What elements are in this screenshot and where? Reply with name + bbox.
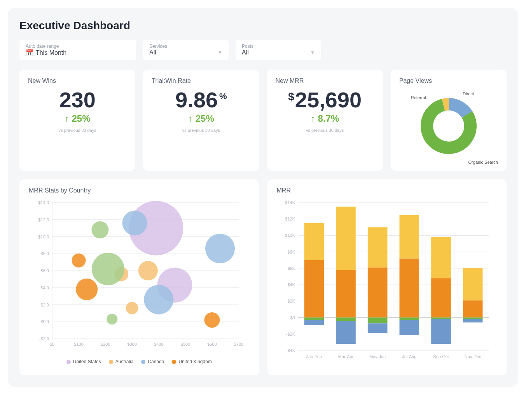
svg-text:Mar-Apr: Mar-Apr xyxy=(338,354,353,359)
svg-point-36 xyxy=(76,278,98,300)
legend-item: United Kingdom xyxy=(172,359,211,364)
svg-point-39 xyxy=(92,253,124,285)
svg-rect-85 xyxy=(431,319,451,344)
svg-text:$4K: $4K xyxy=(287,282,295,287)
kpi-title: Page Views xyxy=(399,77,498,84)
svg-rect-62 xyxy=(304,260,324,318)
mrr-bar-chart: -$4K-$2K$0$2K$4K$6K$8K$10K$12K$14KJan-Fe… xyxy=(277,199,495,366)
svg-text:$6K: $6K xyxy=(287,266,295,271)
svg-rect-72 xyxy=(367,268,387,318)
svg-text:May-Jun: May-Jun xyxy=(369,354,386,359)
kpi-new-wins: New Wins 230 25% vs previous 30 days xyxy=(19,70,135,171)
svg-rect-69 xyxy=(336,318,356,321)
svg-text:$12.0: $12.0 xyxy=(38,217,49,222)
svg-text:$100: $100 xyxy=(74,342,83,346)
filter-bar: Auto date range 📅This Month Services All… xyxy=(19,40,507,60)
kpi-page-views: Page Views Referral Direct Organic Searc… xyxy=(391,70,507,171)
bubble-chart: -$2.0$0.0$2.0$4.0$6.0$8.0$10.0$12.0$14.0… xyxy=(29,199,246,354)
svg-text:-$2K: -$2K xyxy=(286,332,295,336)
svg-point-32 xyxy=(122,211,147,236)
donut-label-referral: Referral xyxy=(411,95,426,100)
filter-posts-label: Posts xyxy=(242,44,315,49)
svg-point-38 xyxy=(91,221,108,238)
kpi-sub: vs previous 30 days xyxy=(152,128,250,133)
svg-text:$0: $0 xyxy=(290,315,295,320)
donut-label-organic: Organic Search xyxy=(468,160,498,164)
kpi-sub: vs previous 30 days xyxy=(276,128,374,133)
svg-rect-90 xyxy=(463,319,482,322)
kpi-trial-win-rate: Trial:Win Rate 9.86% 25% vs previous 30 … xyxy=(143,70,259,171)
filter-services[interactable]: Services All ▼ xyxy=(143,40,229,60)
svg-rect-73 xyxy=(367,227,387,267)
filter-services-value: All xyxy=(149,49,156,56)
svg-rect-68 xyxy=(336,207,356,270)
svg-rect-67 xyxy=(336,270,356,317)
chart-title: MRR Stats by Country xyxy=(29,187,250,194)
svg-rect-88 xyxy=(463,268,482,300)
filter-services-label: Services xyxy=(149,44,222,49)
svg-text:$6.0: $6.0 xyxy=(41,268,49,273)
svg-rect-82 xyxy=(431,278,451,317)
svg-text:$10K: $10K xyxy=(285,233,295,238)
svg-text:$300: $300 xyxy=(127,342,136,346)
svg-text:$10.0: $10.0 xyxy=(38,234,49,239)
mrr-chart-card: MRR -$4K-$2K$0$2K$4K$6K$8K$10K$12K$14KJa… xyxy=(267,179,507,375)
svg-point-30 xyxy=(126,302,138,314)
svg-rect-74 xyxy=(367,318,387,324)
kpi-value: 230 xyxy=(59,89,95,111)
svg-text:$500: $500 xyxy=(181,342,190,346)
kpi-delta: 8.7% xyxy=(276,113,374,124)
svg-text:$2K: $2K xyxy=(287,299,295,303)
kpi-title: New Wins xyxy=(28,77,127,84)
svg-text:$400: $400 xyxy=(154,342,163,346)
kpi-row: New Wins 230 25% vs previous 30 days Tri… xyxy=(19,70,507,171)
filter-date-range[interactable]: Auto date range 📅This Month xyxy=(19,40,136,60)
svg-text:$0.0: $0.0 xyxy=(41,319,49,324)
svg-text:$4.0: $4.0 xyxy=(41,285,49,290)
legend-item: Australia xyxy=(109,359,134,364)
svg-rect-80 xyxy=(399,320,419,335)
svg-text:$600: $600 xyxy=(207,342,217,346)
svg-text:$14K: $14K xyxy=(285,200,295,205)
donut-chart: Referral Direct Organic Search xyxy=(399,89,498,163)
filter-date-label: Auto date range xyxy=(26,44,130,49)
svg-text:$8K: $8K xyxy=(287,250,295,254)
svg-rect-77 xyxy=(399,259,419,318)
svg-rect-65 xyxy=(304,320,324,325)
svg-point-34 xyxy=(205,234,235,263)
kpi-delta: 25% xyxy=(28,113,127,124)
kpi-title: New MRR xyxy=(276,77,374,84)
svg-rect-79 xyxy=(399,318,419,320)
filter-posts[interactable]: Posts All ▼ xyxy=(236,40,321,60)
kpi-value: 25,690 xyxy=(295,89,362,111)
filter-posts-value: All xyxy=(242,49,249,56)
calendar-icon: 📅 xyxy=(26,49,33,56)
svg-text:Sep-Oct: Sep-Oct xyxy=(433,354,449,359)
kpi-delta: 25% xyxy=(152,113,250,124)
svg-point-37 xyxy=(204,312,220,328)
svg-text:Jan-Feb: Jan-Feb xyxy=(306,354,322,359)
svg-text:-$4K: -$4K xyxy=(286,348,295,353)
svg-text:Nov-Dec: Nov-Dec xyxy=(464,354,481,359)
executive-dashboard: Executive Dashboard Auto date range 📅Thi… xyxy=(8,8,518,387)
svg-rect-89 xyxy=(463,318,482,319)
svg-text:$0: $0 xyxy=(50,342,54,346)
chevron-down-icon: ▼ xyxy=(218,50,222,55)
svg-rect-78 xyxy=(399,215,419,259)
svg-rect-75 xyxy=(367,323,387,333)
svg-text:Jul-Aug: Jul-Aug xyxy=(402,354,416,359)
svg-text:-$2.0: -$2.0 xyxy=(39,336,49,341)
kpi-suffix: % xyxy=(219,92,227,101)
legend-item: United States xyxy=(66,359,101,364)
svg-rect-63 xyxy=(304,223,324,260)
svg-point-35 xyxy=(72,254,86,268)
legend-item: Canada xyxy=(141,359,164,364)
bubble-legend: United StatesAustraliaCanadaUnited Kingd… xyxy=(29,359,250,364)
svg-point-31 xyxy=(138,261,158,280)
svg-rect-70 xyxy=(336,321,356,344)
svg-rect-64 xyxy=(304,318,324,320)
filter-date-value: This Month xyxy=(36,49,66,56)
svg-text:$12K: $12K xyxy=(285,217,295,221)
kpi-prefix: $ xyxy=(288,91,294,102)
svg-rect-87 xyxy=(463,300,482,317)
